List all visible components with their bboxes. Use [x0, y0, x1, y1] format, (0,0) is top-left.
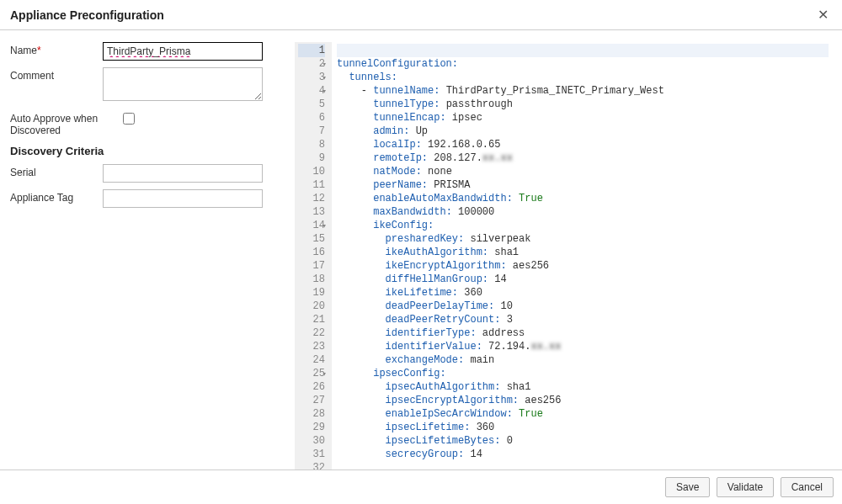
form-panel: Name* Comment Auto Approve when Discover… — [10, 42, 280, 476]
comment-input[interactable] — [103, 67, 263, 101]
line-number: 2 — [298, 57, 325, 71]
code-line[interactable]: enableAutoMaxBandwidth: True — [337, 192, 829, 205]
line-number: 10 — [298, 165, 325, 178]
code-line[interactable]: ikeConfig: — [337, 219, 829, 232]
line-number: 16 — [298, 246, 325, 259]
line-number: 5 — [298, 98, 325, 111]
serial-input[interactable] — [103, 164, 263, 183]
appliance-tag-label: Appliance Tag — [10, 189, 103, 204]
code-line[interactable]: exchangeMode: main — [337, 353, 829, 367]
code-line[interactable]: admin: Up — [337, 125, 829, 138]
line-number: 22 — [298, 326, 325, 340]
code-line[interactable]: identifierType: address — [337, 326, 829, 340]
line-number: 31 — [298, 448, 325, 461]
code-line[interactable]: - tunnelName: ThirdParty_Prisma_INETC_Pr… — [337, 84, 829, 98]
line-number: 1 — [298, 44, 325, 57]
line-number: 9 — [298, 151, 325, 165]
code-line[interactable]: tunnels: — [337, 71, 829, 84]
line-number: 17 — [298, 259, 325, 273]
line-number: 3 — [298, 71, 325, 84]
line-number: 7 — [298, 125, 325, 138]
line-number: 4 — [298, 84, 325, 98]
code-line[interactable]: deadPeerRetryCount: 3 — [337, 313, 829, 326]
validate-button[interactable]: Validate — [717, 477, 774, 497]
dialog-title: Appliance Preconfiguration — [10, 8, 164, 22]
close-icon[interactable]: ✕ — [814, 7, 832, 23]
code-line[interactable]: ipsecLifetime: 360 — [337, 421, 829, 434]
code-line[interactable]: peerName: PRISMA — [337, 178, 829, 192]
cancel-button[interactable]: Cancel — [781, 477, 834, 497]
serial-label: Serial — [10, 164, 103, 178]
line-number: 30 — [298, 434, 325, 448]
line-number: 18 — [298, 273, 325, 286]
code-line[interactable]: enableIpSecArcWindow: True — [337, 407, 829, 421]
line-number: 14 — [298, 219, 325, 232]
appliance-tag-input[interactable] — [103, 189, 263, 208]
code-line[interactable]: ikeAuthAlgorithm: sha1 — [337, 246, 829, 259]
code-line[interactable]: secrecyGroup: 14 — [337, 448, 829, 461]
line-number: 15 — [298, 232, 325, 246]
line-number: 19 — [298, 286, 325, 300]
line-number: 12 — [298, 192, 325, 205]
code-line[interactable]: deadPeerDelayTime: 10 — [337, 300, 829, 313]
line-number: 28 — [298, 407, 325, 421]
line-number: 23 — [298, 340, 325, 353]
code-line[interactable] — [337, 44, 829, 57]
code-line[interactable]: tunnelConfiguration: — [337, 57, 829, 71]
line-number: 21 — [298, 313, 325, 326]
code-line[interactable]: ikeEncryptAlgorithm: aes256 — [337, 259, 829, 273]
line-number: 24 — [298, 353, 325, 367]
code-line[interactable]: identifierValue: 72.194.xx.xx — [337, 340, 829, 353]
code-line[interactable]: tunnelType: passthrough — [337, 98, 829, 111]
code-line[interactable]: diffHellManGroup: 14 — [337, 273, 829, 286]
line-number: 8 — [298, 138, 325, 151]
code-line[interactable]: presharedKey: silverpeak — [337, 232, 829, 246]
code-line[interactable]: localIp: 192.168.0.65 — [337, 138, 829, 151]
code-line[interactable]: ikeLifetime: 360 — [337, 286, 829, 300]
code-line[interactable]: maxBandwidth: 100000 — [337, 205, 829, 219]
comment-label: Comment — [10, 67, 103, 82]
line-number: 11 — [298, 178, 325, 192]
save-button[interactable]: Save — [665, 477, 710, 497]
line-number: 13 — [298, 205, 325, 219]
code-line[interactable]: natMode: none — [337, 165, 829, 178]
line-number: 29 — [298, 421, 325, 434]
line-number: 20 — [298, 300, 325, 313]
name-input[interactable] — [103, 42, 263, 61]
line-number: 27 — [298, 394, 325, 407]
discovery-criteria-heading: Discovery Criteria — [10, 145, 280, 157]
code-line[interactable]: remoteIp: 208.127.xx.xx — [337, 151, 829, 165]
line-number: 26 — [298, 380, 325, 394]
code-line[interactable]: ipsecConfig: — [337, 367, 829, 380]
line-number: 25 — [298, 367, 325, 380]
auto-approve-label: Auto Approve when Discovered — [10, 110, 120, 136]
auto-approve-checkbox[interactable] — [123, 113, 135, 125]
line-number: 6 — [298, 111, 325, 125]
name-label: Name* — [10, 42, 103, 56]
code-line[interactable]: ipsecEncryptAlgorithm: aes256 — [337, 394, 829, 407]
code-line[interactable]: ipsecLifetimeBytes: 0 — [337, 434, 829, 448]
code-line[interactable]: ipsecAuthAlgorithm: sha1 — [337, 380, 829, 394]
yaml-editor[interactable]: 1234567891011121314151617181920212223242… — [295, 42, 832, 476]
code-line[interactable]: tunnelEncap: ipsec — [337, 111, 829, 125]
